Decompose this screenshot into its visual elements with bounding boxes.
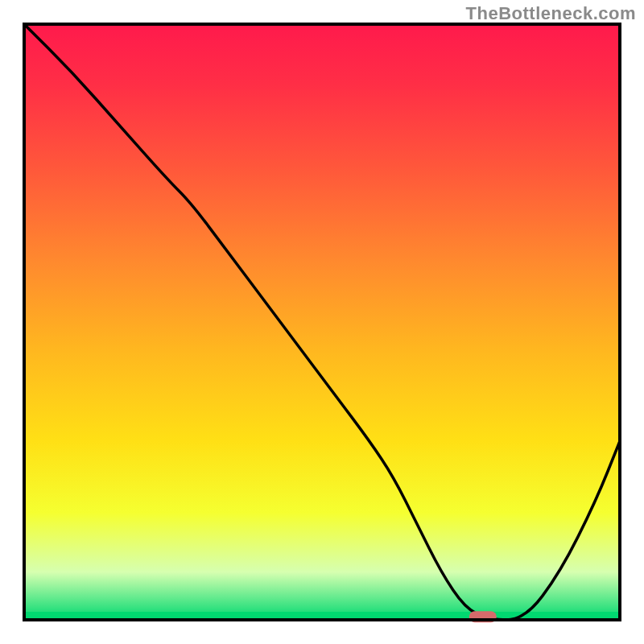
bottleneck-chart	[0, 0, 644, 644]
plot-background	[24, 24, 620, 620]
attribution-label: TheBottleneck.com	[466, 3, 636, 24]
chart-container: TheBottleneck.com	[0, 0, 644, 644]
